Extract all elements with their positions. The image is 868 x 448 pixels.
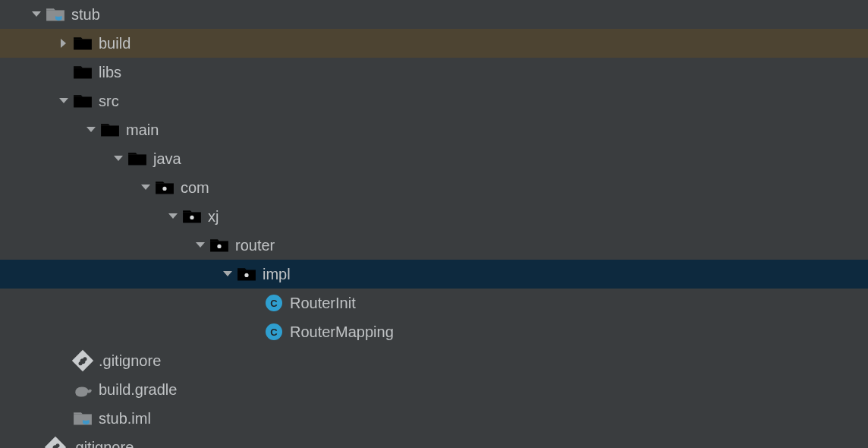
package-folder-icon [182,208,202,225]
module-file-icon [73,410,93,427]
git-icon [73,352,93,369]
tree-item-label: router [235,237,275,254]
tree-item-label: build.gradle [99,381,177,399]
chevron-down-icon[interactable] [137,178,155,197]
tree-item-router[interactable]: router [0,231,868,260]
chevron-down-icon[interactable] [164,207,182,226]
tree-item-label: .gitignore [99,352,161,370]
class-icon: C [264,323,284,340]
tree-item-libs[interactable]: libs [0,58,868,87]
tree-item-label: stub.iml [99,410,151,427]
tree-item-label: RouterInit [290,295,356,312]
tree-item-stub-iml[interactable]: stub.iml [0,404,868,433]
tree-item-label: com [181,179,209,197]
project-tree[interactable]: stub build libs src main java [0,0,868,448]
tree-item-label: libs [99,64,121,81]
git-icon [46,439,65,448]
chevron-down-icon[interactable] [82,121,100,139]
chevron-down-icon[interactable] [109,150,127,168]
tree-item-root-gitignore[interactable]: .gitignore [0,433,868,448]
chevron-down-icon[interactable] [55,92,73,110]
package-folder-icon [237,266,256,282]
chevron-down-icon[interactable] [219,265,237,283]
tree-item-label: java [153,150,181,168]
folder-icon [73,64,93,80]
tree-item-build-gradle[interactable]: build.gradle [0,375,868,404]
tree-item-xj[interactable]: xj [0,202,868,231]
gradle-icon [73,381,93,398]
tree-item-com[interactable]: com [0,173,868,202]
class-icon: C [264,295,284,311]
source-folder-icon [127,150,147,167]
tree-item-java[interactable]: java [0,144,868,173]
tree-item-impl[interactable]: impl [0,260,868,289]
build-folder-icon [73,35,93,52]
module-folder-icon [46,6,65,23]
tree-item-label: main [126,121,159,139]
chevron-right-icon[interactable] [55,34,73,52]
tree-item-label: stub [71,6,100,24]
tree-item-label: src [99,93,119,110]
chevron-down-icon[interactable] [27,5,46,24]
tree-item-build[interactable]: build [0,29,868,58]
tree-item-stub[interactable]: stub [0,0,868,29]
package-folder-icon [155,179,175,196]
folder-icon [73,93,93,109]
folder-icon [100,121,120,138]
tree-item-label: .gitignore [71,439,134,449]
tree-item-gitignore[interactable]: .gitignore [0,346,868,375]
tree-item-main[interactable]: main [0,115,868,144]
tree-item-router-mapping[interactable]: C RouterMapping [0,317,868,346]
tree-item-label: build [99,35,131,52]
tree-item-label: xj [208,208,219,226]
package-folder-icon [209,237,229,254]
tree-item-label: impl [263,266,291,283]
tree-item-label: RouterMapping [290,323,394,341]
tree-item-router-init[interactable]: C RouterInit [0,289,868,317]
tree-item-src[interactable]: src [0,87,868,115]
chevron-down-icon[interactable] [191,236,209,254]
